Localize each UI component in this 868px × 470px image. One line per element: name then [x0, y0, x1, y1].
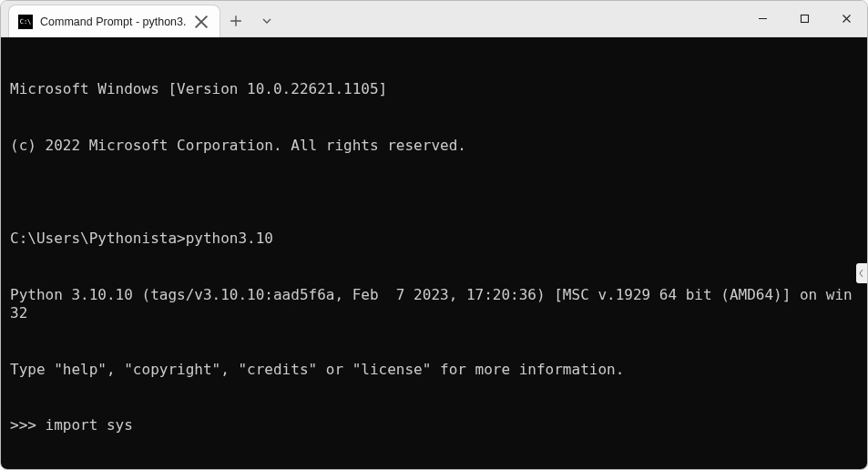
tab-active[interactable]: C:\ Command Prompt - python3. [8, 5, 220, 37]
window: C:\ Command Prompt - python3. Microsoft … [0, 0, 868, 470]
terminal-line: (c) 2022 Microsoft Corporation. All righ… [10, 137, 858, 156]
cmd-icon: C:\ [18, 15, 33, 29]
tab-dropdown-button[interactable] [251, 5, 282, 36]
maximize-button[interactable] [783, 1, 825, 36]
new-tab-button[interactable] [220, 5, 251, 36]
close-window-button[interactable] [825, 1, 867, 36]
terminal[interactable]: Microsoft Windows [Version 10.0.22621.11… [1, 37, 867, 470]
titlebar[interactable]: C:\ Command Prompt - python3. [1, 1, 867, 37]
terminal-line: Python 3.10.10 (tags/v3.10.10:aad5f6a, F… [10, 286, 858, 323]
scroll-handle[interactable] [856, 263, 867, 283]
tab-title: Command Prompt - python3. [40, 15, 187, 28]
terminal-line: >>> import sys [10, 416, 858, 435]
terminal-line: C:\Users\Pythonista>python3.10 [10, 230, 858, 249]
svg-rect-0 [801, 15, 808, 23]
terminal-line: Microsoft Windows [Version 10.0.22621.11… [10, 80, 858, 99]
minimize-button[interactable] [741, 1, 783, 36]
close-tab-icon[interactable] [194, 15, 209, 29]
titlebar-drag-area[interactable] [282, 1, 742, 36]
terminal-line: Type "help", "copyright", "credits" or "… [10, 361, 858, 380]
